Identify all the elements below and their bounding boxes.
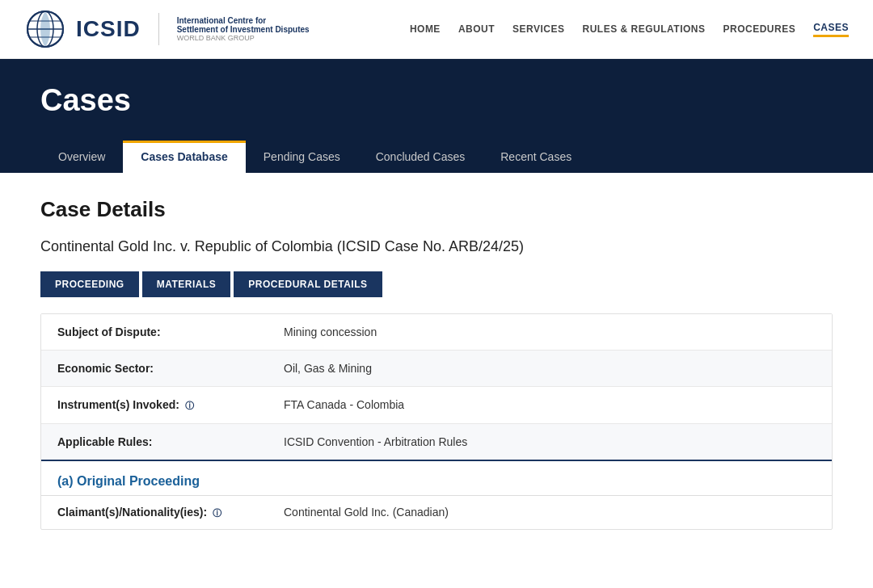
- table-row: Subject of Dispute: Mining concession: [41, 314, 832, 351]
- claimant-label: Claimant(s)/Nationality(ies): ⓘ: [41, 496, 268, 530]
- table-row: Instrument(s) Invoked: ⓘ FTA Canada - Co…: [41, 387, 832, 424]
- logo-divider: [158, 13, 159, 45]
- tab-overview[interactable]: Overview: [40, 141, 123, 173]
- tab-cases-database[interactable]: Cases Database: [123, 141, 245, 173]
- table-row: Applicable Rules: ICSID Convention - Arb…: [41, 424, 832, 460]
- field-value-sector: Oil, Gas & Mining: [268, 351, 832, 387]
- claimant-table: Claimant(s)/Nationality(ies): ⓘ Continen…: [41, 495, 832, 529]
- logo-area: ICSID International Centre for Settlemen…: [24, 8, 310, 50]
- main-content: Case Details Continental Gold Inc. v. Re…: [0, 173, 873, 578]
- field-label-instrument: Instrument(s) Invoked: ⓘ: [41, 387, 268, 424]
- nav-cases[interactable]: CASES: [813, 22, 849, 37]
- tab-pending-cases[interactable]: Pending Cases: [246, 141, 358, 173]
- section-title: (a) Original Proceeding: [57, 474, 200, 488]
- page-hero-title: Cases: [40, 83, 833, 118]
- nav-procedures[interactable]: PROCEDURES: [723, 23, 795, 35]
- globe-icon: [24, 8, 66, 50]
- nav-rules[interactable]: RULES & REGULATIONS: [583, 23, 706, 35]
- hero-banner: Cases Overview Cases Database Pending Ca…: [0, 59, 873, 173]
- tab-recent-cases[interactable]: Recent Cases: [483, 141, 589, 173]
- instrument-info-icon[interactable]: ⓘ: [185, 401, 194, 410]
- field-label-sector: Economic Sector:: [41, 351, 268, 387]
- logo-subtitle: International Centre for Settlement of I…: [177, 16, 310, 42]
- main-nav: HOME ABOUT SERVICES RULES & REGULATIONS …: [410, 22, 849, 37]
- nav-services[interactable]: SERVICES: [512, 23, 564, 35]
- btn-proceeding[interactable]: PROCEEDING: [40, 271, 139, 297]
- nav-home[interactable]: HOME: [410, 23, 441, 35]
- field-value-instrument: FTA Canada - Colombia: [268, 387, 832, 424]
- claimant-info-icon[interactable]: ⓘ: [213, 508, 221, 518]
- details-card: Subject of Dispute: Mining concession Ec…: [40, 313, 833, 530]
- claimant-value: Continental Gold Inc. (Canadian): [268, 496, 832, 530]
- site-header: ICSID International Centre for Settlemen…: [0, 0, 873, 59]
- field-label-rules: Applicable Rules:: [41, 424, 268, 460]
- case-fields-table: Subject of Dispute: Mining concession Ec…: [41, 314, 832, 460]
- case-name: Continental Gold Inc. v. Republic of Col…: [40, 238, 833, 255]
- original-proceeding-header: (a) Original Proceeding: [41, 460, 832, 495]
- case-details-heading: Case Details: [40, 197, 833, 222]
- btn-procedural-details[interactable]: PROCEDURAL DETAILS: [234, 271, 382, 297]
- nav-about[interactable]: ABOUT: [458, 23, 495, 35]
- field-label-subject: Subject of Dispute:: [41, 314, 268, 351]
- field-value-subject: Mining concession: [268, 314, 832, 351]
- tab-concluded-cases[interactable]: Concluded Cases: [358, 141, 483, 173]
- hero-tabs: Overview Cases Database Pending Cases Co…: [40, 141, 833, 173]
- case-tab-buttons: PROCEEDING MATERIALS PROCEDURAL DETAILS: [40, 271, 833, 297]
- field-value-rules: ICSID Convention - Arbitration Rules: [268, 424, 832, 460]
- btn-materials[interactable]: MATERIALS: [142, 271, 231, 297]
- table-row: Economic Sector: Oil, Gas & Mining: [41, 351, 832, 387]
- icsid-logo-text: ICSID: [76, 16, 141, 42]
- table-row: Claimant(s)/Nationality(ies): ⓘ Continen…: [41, 496, 832, 530]
